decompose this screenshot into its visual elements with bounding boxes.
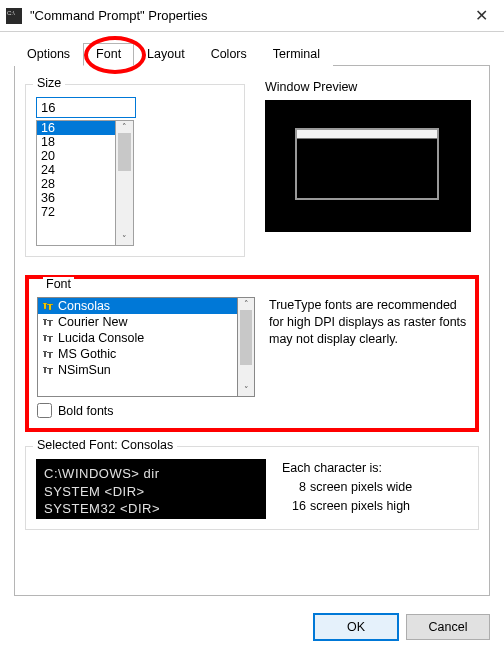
font-option[interactable]: NSimSun	[38, 362, 237, 378]
app-icon	[6, 8, 22, 24]
font-group-highlight: Font Consolas Courier New Lucida Console…	[25, 275, 479, 432]
font-list[interactable]: Consolas Courier New Lucida Console MS G…	[37, 297, 237, 397]
tab-font[interactable]: Font	[83, 43, 134, 66]
size-group: Size 16 18 20 24 28 36 72	[25, 84, 245, 257]
size-option[interactable]: 28	[37, 177, 115, 191]
bold-fonts-input[interactable]	[37, 403, 52, 418]
size-option[interactable]: 16	[37, 121, 115, 135]
font-sample: C:\WINDOWS> dir SYSTEM <DIR> SYSTEM32 <D…	[36, 459, 266, 519]
tab-terminal[interactable]: Terminal	[260, 43, 333, 66]
preview-label: Window Preview	[265, 80, 479, 94]
close-button[interactable]: ✕	[458, 0, 504, 32]
font-scrollbar[interactable]: ˄ ˅	[237, 297, 255, 397]
truetype-icon	[42, 349, 54, 359]
size-option[interactable]: 18	[37, 135, 115, 149]
scroll-down-icon[interactable]: ˅	[116, 233, 133, 245]
cancel-button[interactable]: Cancel	[406, 614, 490, 640]
window-preview-group: Window Preview	[265, 80, 479, 257]
size-label: Size	[33, 76, 65, 90]
font-label: Font	[43, 277, 74, 291]
ok-button[interactable]: OK	[314, 614, 398, 640]
font-option[interactable]: Consolas	[38, 298, 237, 314]
font-option[interactable]: Lucida Console	[38, 330, 237, 346]
size-option[interactable]: 24	[37, 163, 115, 177]
tab-colors[interactable]: Colors	[198, 43, 260, 66]
char-dimensions: Each character is: 8screen pixels wide 1…	[282, 459, 412, 515]
truetype-info-text: TrueType fonts are recommended for high …	[269, 297, 467, 418]
size-list[interactable]: 16 18 20 24 28 36 72	[36, 120, 116, 246]
tab-options[interactable]: Options	[14, 43, 83, 66]
selected-font-label: Selected Font: Consolas	[33, 438, 177, 452]
size-scrollbar[interactable]: ˄ ˅	[116, 120, 134, 246]
titlebar: "Command Prompt" Properties ✕	[0, 0, 504, 32]
size-option[interactable]: 72	[37, 205, 115, 219]
size-option[interactable]: 36	[37, 191, 115, 205]
truetype-icon	[42, 317, 54, 327]
size-input[interactable]	[36, 97, 136, 118]
truetype-icon	[42, 365, 54, 375]
scroll-up-icon[interactable]: ˄	[238, 298, 254, 310]
selected-font-group: Selected Font: Consolas C:\WINDOWS> dir …	[25, 446, 479, 530]
tab-bar: Options Font Layout Colors Terminal	[14, 42, 490, 66]
tab-layout[interactable]: Layout	[134, 43, 198, 66]
preview-canvas	[265, 100, 471, 232]
scroll-down-icon[interactable]: ˅	[238, 384, 254, 396]
truetype-icon	[42, 333, 54, 343]
scroll-up-icon[interactable]: ˄	[116, 121, 133, 133]
font-option[interactable]: MS Gothic	[38, 346, 237, 362]
font-option[interactable]: Courier New	[38, 314, 237, 330]
truetype-icon	[42, 301, 54, 311]
bold-fonts-checkbox[interactable]: Bold fonts	[37, 403, 255, 418]
size-option[interactable]: 20	[37, 149, 115, 163]
window-title: "Command Prompt" Properties	[30, 8, 458, 23]
preview-window	[295, 128, 439, 200]
dialog-buttons: OK Cancel	[0, 604, 504, 648]
